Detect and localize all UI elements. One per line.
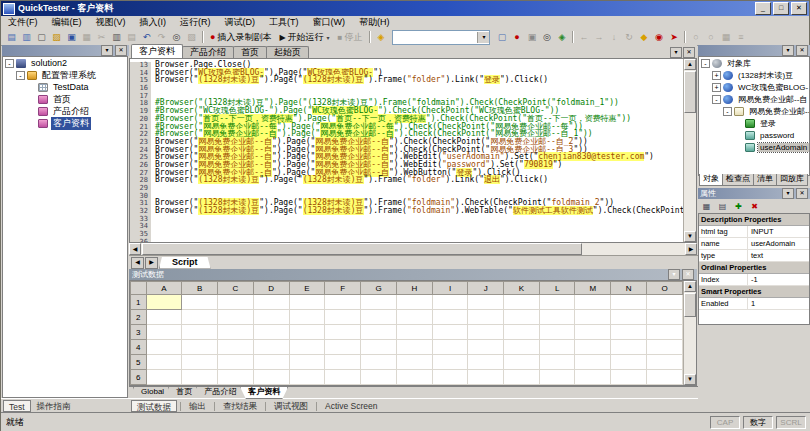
sheet-cell-I6[interactable]	[432, 370, 468, 385]
column-header-M[interactable]: M	[575, 282, 611, 295]
repository-tab-回放库[interactable]: 回放库	[776, 174, 808, 186]
right-panel-pin-icon[interactable]: ▾	[782, 45, 794, 56]
sheet-cell-G2[interactable]	[361, 310, 397, 325]
left-panel-pin-icon[interactable]: ▾	[101, 45, 113, 56]
sheet-cell-H3[interactable]	[396, 325, 432, 340]
sheet-cell-G1[interactable]	[361, 295, 397, 310]
sheet-vertical-scrollbar[interactable]: ▲ ▼	[683, 281, 696, 385]
repository-tab-检查点[interactable]: 检查点	[722, 174, 754, 186]
sheet-cell-H6[interactable]	[396, 370, 432, 385]
sheet-cell-M4[interactable]	[575, 340, 611, 355]
sheet-cell-A1[interactable]	[146, 295, 182, 310]
menu-item-0[interactable]: 文件(F)	[1, 16, 45, 29]
new-document-icon[interactable]: ▢	[34, 31, 49, 44]
combobox-dropdown-icon[interactable]: ▾	[477, 32, 489, 43]
editor-vertical-scrollbar[interactable]: ▲ ▼	[683, 59, 696, 242]
minimize-button[interactable]: _	[755, 2, 771, 15]
sheet-cell-B3[interactable]	[182, 325, 218, 340]
object-tree-item-7[interactable]: userAdomain	[699, 141, 809, 153]
menu-item-1[interactable]: 编辑(E)	[45, 16, 89, 29]
scroll-left-icon[interactable]: ◀	[129, 243, 141, 255]
menu-item-5[interactable]: 调试(D)	[218, 16, 263, 29]
add-test-icon[interactable]: ▥	[19, 31, 34, 44]
explorer-tab-Test[interactable]: Test	[3, 400, 31, 412]
row-header-3[interactable]: 3	[131, 325, 147, 340]
menu-item-7[interactable]: 窗口(W)	[306, 16, 353, 29]
sheet-cell-L3[interactable]	[539, 325, 575, 340]
sheet-cell-J1[interactable]	[468, 295, 504, 310]
sheet-cell-L1[interactable]	[539, 295, 575, 310]
sheet-cell-O5[interactable]	[647, 355, 683, 370]
test-tree-item-1[interactable]: -配置管理系统	[3, 69, 127, 81]
property-row[interactable]: nameuserAdomain	[699, 238, 809, 250]
sheet-cell-D2[interactable]	[253, 310, 289, 325]
sheet-cell-O3[interactable]	[647, 325, 683, 340]
expand-toggle-icon[interactable]: +	[712, 71, 721, 80]
row-header-6[interactable]: 6	[131, 370, 147, 385]
object-tree-item-1[interactable]: +(1328封未读)豆	[699, 69, 809, 81]
sheet-cell-N2[interactable]	[611, 310, 647, 325]
sheet-cell-A3[interactable]	[146, 325, 182, 340]
properties-menu-icon[interactable]: ▾	[782, 188, 794, 199]
document-tab-首页[interactable]: 首页	[233, 46, 267, 58]
sheet-cell-H2[interactable]	[396, 310, 432, 325]
sheet-cell-B1[interactable]	[182, 295, 218, 310]
menu-item-2[interactable]: 视图(V)	[89, 16, 133, 29]
sheet-cell-A2[interactable]	[146, 310, 182, 325]
camera-icon[interactable]: ◉	[651, 31, 666, 44]
scroll-track[interactable]	[684, 317, 696, 374]
sheet-cell-I1[interactable]	[432, 295, 468, 310]
properties-close-icon[interactable]: ✕	[796, 188, 808, 199]
menu-item-6[interactable]: 工具(T)	[262, 16, 306, 29]
column-header-O[interactable]: O	[647, 282, 683, 295]
sheet-corner[interactable]	[131, 282, 147, 295]
left-panel-close-icon[interactable]: ✕	[115, 45, 127, 56]
sheet-cell-K6[interactable]	[504, 370, 540, 385]
save-icon[interactable]: ▣	[64, 31, 79, 44]
column-header-I[interactable]: I	[432, 282, 468, 295]
sheet-cell-B5[interactable]	[182, 355, 218, 370]
sheet-cell-C6[interactable]	[218, 370, 254, 385]
test-tree-item-4[interactable]: 产品介绍	[3, 105, 127, 117]
sheet-cell-M1[interactable]	[575, 295, 611, 310]
sheet-cell-E5[interactable]	[289, 355, 325, 370]
tab-list-dropdown-icon[interactable]: ▾	[670, 47, 682, 58]
sheet-cell-B4[interactable]	[182, 340, 218, 355]
column-header-E[interactable]: E	[289, 282, 325, 295]
copy-icon[interactable]: ▥	[109, 31, 124, 44]
sheet-cell-D6[interactable]	[253, 370, 289, 385]
scroll-down-icon[interactable]: ▼	[684, 374, 696, 385]
property-row[interactable]: html tagINPUT	[699, 226, 809, 238]
object-tree-item-6[interactable]: password	[699, 129, 809, 141]
column-header-F[interactable]: F	[325, 282, 361, 295]
scroll-up-icon[interactable]: ▲	[684, 59, 696, 70]
sheet-cell-G4[interactable]	[361, 340, 397, 355]
sheet-cell-E6[interactable]	[289, 370, 325, 385]
repository-tab-清单[interactable]: 清单	[753, 174, 777, 186]
sheet-cell-N3[interactable]	[611, 325, 647, 340]
sheet-cell-K2[interactable]	[504, 310, 540, 325]
sheet-cell-N6[interactable]	[611, 370, 647, 385]
sheet-cell-I5[interactable]	[432, 355, 468, 370]
property-row[interactable]: Index-1	[699, 274, 809, 286]
sheet-cell-M6[interactable]	[575, 370, 611, 385]
sheet-cell-O1[interactable]	[647, 295, 683, 310]
sheet-cell-B6[interactable]	[182, 370, 218, 385]
scroll-track[interactable]	[684, 113, 696, 231]
sheet-cell-O4[interactable]	[647, 340, 683, 355]
sheet-cell-F1[interactable]	[325, 295, 361, 310]
sheet-cell-K4[interactable]	[504, 340, 540, 355]
close-button[interactable]: ✕	[791, 2, 807, 15]
object-tree-item-0[interactable]: -对象库	[699, 57, 809, 69]
new-test-icon[interactable]: ▤	[4, 31, 19, 44]
scroll-thumb[interactable]	[684, 71, 696, 113]
test-tree-item-3[interactable]: 首页	[3, 93, 127, 105]
panel-tab-查找结果[interactable]: 查找结果	[218, 400, 262, 412]
sheet-cell-H5[interactable]	[396, 355, 432, 370]
sheet-cell-G6[interactable]	[361, 370, 397, 385]
scroll-track[interactable]	[582, 243, 685, 255]
column-header-N[interactable]: N	[611, 282, 647, 295]
sheet-cell-E3[interactable]	[289, 325, 325, 340]
maximize-button[interactable]: □	[773, 2, 789, 15]
sheet-cell-C5[interactable]	[218, 355, 254, 370]
